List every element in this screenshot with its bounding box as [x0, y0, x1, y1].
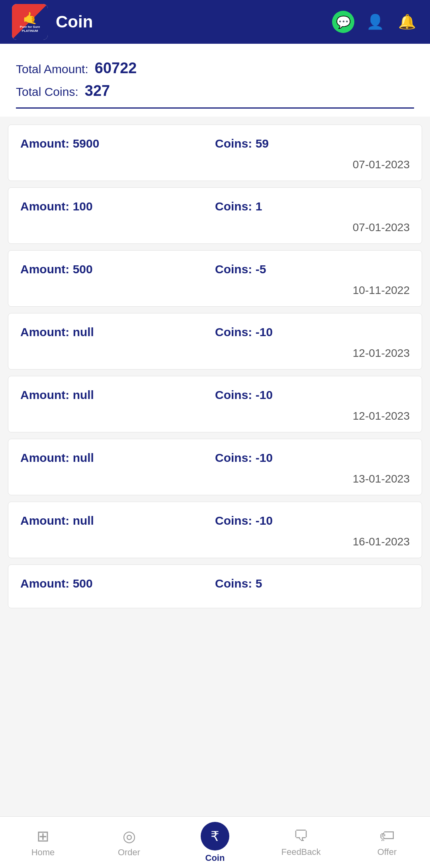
- transaction-amount: Amount: null: [20, 514, 215, 527]
- home-icon: ⊞: [37, 827, 49, 845]
- transaction-card: Amount: null Coins: -10 12-01-2023: [8, 376, 422, 432]
- transaction-coins: Coins: -10: [215, 325, 410, 339]
- transaction-amount: Amount: 100: [20, 200, 215, 213]
- logo-hand-icon: 🤙: [23, 11, 37, 25]
- total-amount-label: Total Amount:: [16, 62, 88, 76]
- transaction-date: 12-01-2023: [215, 347, 410, 360]
- transaction-amount: Amount: 5900: [20, 137, 215, 150]
- header-icons: 💬 👤 🔔: [332, 11, 418, 33]
- transaction-date: 07-01-2023: [215, 221, 410, 234]
- nav-item-coin[interactable]: ₹ Coin: [172, 822, 258, 863]
- transaction-amount: Amount: 500: [20, 577, 215, 590]
- transaction-card: Amount: 500 Coins: -5 10-11-2022: [8, 250, 422, 307]
- logo-text: Pure for SurePLATINUM: [20, 25, 40, 33]
- transaction-card: Amount: 100 Coins: 1 07-01-2023: [8, 187, 422, 244]
- transaction-coins: Coins: -10: [215, 451, 410, 465]
- coin-icon: ₹: [201, 822, 229, 850]
- transaction-date: 16-01-2023: [215, 535, 410, 548]
- transaction-coins: Coins: -10: [215, 514, 410, 527]
- transaction-date: 07-01-2023: [215, 158, 410, 171]
- nav-item-feedback[interactable]: 🗨 FeedBack: [258, 827, 344, 857]
- whatsapp-icon[interactable]: 💬: [332, 11, 354, 33]
- home-label: Home: [31, 847, 55, 858]
- profile-icon[interactable]: 👤: [364, 11, 386, 33]
- transaction-coins: Coins: -5: [215, 263, 410, 276]
- notification-icon[interactable]: 🔔: [396, 11, 418, 33]
- summary-divider: [16, 107, 414, 109]
- transaction-date: 13-01-2023: [215, 473, 410, 485]
- transaction-amount: Amount: 500: [20, 263, 215, 276]
- bottom-navigation: ⊞ Home ◎ Order ₹ Coin 🗨 FeedBack 🏷 Offer: [0, 816, 430, 868]
- total-amount-row: Total Amount: 60722: [16, 60, 414, 77]
- nav-item-order[interactable]: ◎ Order: [86, 827, 172, 858]
- feedback-label: FeedBack: [281, 847, 321, 857]
- total-coins-value: 327: [85, 82, 110, 99]
- summary-section: Total Amount: 60722 Total Coins: 327: [0, 44, 430, 117]
- transaction-coins: Coins: 5: [215, 577, 410, 590]
- order-label: Order: [118, 847, 140, 858]
- transaction-amount: Amount: null: [20, 325, 215, 339]
- transaction-coins: Coins: -10: [215, 388, 410, 402]
- feedback-icon: 🗨: [293, 827, 309, 845]
- content-wrapper: Total Amount: 60722 Total Coins: 327 Amo…: [0, 44, 430, 672]
- nav-item-offer[interactable]: 🏷 Offer: [344, 827, 430, 857]
- transaction-card: Amount: 500 Coins: 5: [8, 564, 422, 608]
- total-coins-row: Total Coins: 327: [16, 82, 414, 99]
- app-logo: 🤙 Pure for SurePLATINUM: [12, 4, 48, 40]
- transaction-coins: Coins: 59: [215, 137, 410, 150]
- transaction-card: Amount: 5900 Coins: 59 07-01-2023: [8, 125, 422, 181]
- transaction-coins: Coins: 1: [215, 200, 410, 213]
- transaction-date: 12-01-2023: [215, 410, 410, 422]
- transaction-card: Amount: null Coins: -10 12-01-2023: [8, 313, 422, 370]
- coin-label: Coin: [205, 853, 225, 863]
- total-coins-label: Total Coins:: [16, 85, 78, 99]
- transaction-card: Amount: null Coins: -10 13-01-2023: [8, 439, 422, 495]
- page-title: Coin: [56, 12, 324, 31]
- transaction-card: Amount: null Coins: -10 16-01-2023: [8, 502, 422, 558]
- transaction-date: 10-11-2022: [215, 284, 410, 297]
- app-header: 🤙 Pure for SurePLATINUM Coin 💬 👤 🔔: [0, 0, 430, 44]
- offer-icon: 🏷: [379, 827, 395, 845]
- order-icon: ◎: [123, 827, 136, 845]
- offer-label: Offer: [377, 847, 397, 857]
- transaction-amount: Amount: null: [20, 388, 215, 402]
- transactions-list: Amount: 5900 Coins: 59 07-01-2023 Amount…: [0, 117, 430, 616]
- total-amount-value: 60722: [95, 60, 137, 77]
- transaction-amount: Amount: null: [20, 451, 215, 465]
- nav-item-home[interactable]: ⊞ Home: [0, 827, 86, 858]
